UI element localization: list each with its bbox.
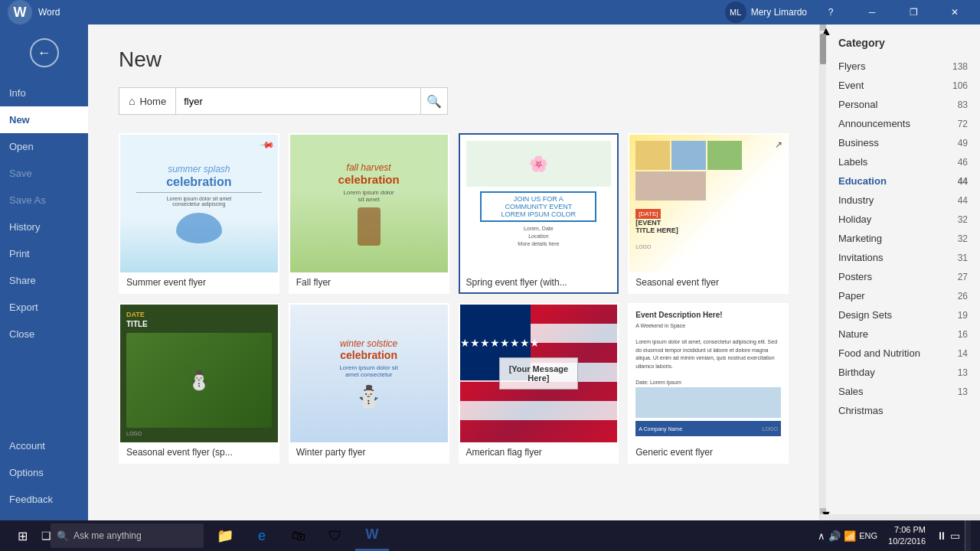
- sidebar-item-save-as[interactable]: Save As: [0, 187, 88, 214]
- minimize-button[interactable]: ─: [854, 0, 890, 24]
- template-name-spring: Spring event flyer (with...: [460, 272, 618, 292]
- category-item-birthday[interactable]: Birthday13: [826, 363, 980, 382]
- category-count: 32: [958, 233, 968, 244]
- template-card-american[interactable]: ★★★★★★★★★ [Your MessageHere] American fl…: [459, 303, 619, 464]
- template-name-generic: Generic event flyer: [629, 442, 787, 462]
- category-item-paper[interactable]: Paper26: [826, 286, 980, 305]
- search-home-button[interactable]: ⌂ Home: [119, 87, 175, 115]
- sidebar-bottom: Account Options Feedback: [0, 432, 88, 520]
- taskbar-pinned-apps: 📁 e 🛍 🛡 W: [208, 520, 389, 551]
- sidebar-item-info[interactable]: Info: [0, 80, 88, 106]
- category-item-posters[interactable]: Posters27: [826, 267, 980, 286]
- category-item-event[interactable]: Event106: [826, 76, 980, 95]
- restore-button[interactable]: ❐: [896, 0, 931, 24]
- template-preview-spring: 🌸 JOIN US FOR ACOMMUNITY EVENTLOREM IPSU…: [460, 135, 618, 272]
- template-card-winter[interactable]: winter solstice celebration Lorem ipsum …: [289, 303, 449, 464]
- pause-icon[interactable]: ⏸: [936, 530, 947, 542]
- taskbar-app-explorer[interactable]: 📁: [208, 520, 242, 551]
- category-name: Personal: [838, 99, 877, 110]
- titlebar: W Word ML Mery Limardo ? ─ ❐ ✕: [0, 0, 980, 24]
- content-inner: New ⌂ Home 🔍 summer splash: [88, 24, 819, 520]
- start-button[interactable]: ⊞: [3, 520, 41, 551]
- category-name: Nature: [838, 328, 868, 340]
- template-card-generic[interactable]: Event Description Here! A Weekend in Spa…: [628, 303, 789, 464]
- titlebar-controls: ML Mery Limardo ? ─ ❐ ✕: [725, 0, 972, 24]
- category-item-announcements[interactable]: Announcements72: [826, 114, 980, 133]
- search-input[interactable]: [175, 87, 420, 115]
- template-card-summer[interactable]: summer splash celebration Lorem ipsum do…: [119, 133, 279, 294]
- category-name: Design Sets: [838, 309, 892, 321]
- category-item-marketing[interactable]: Marketing32: [826, 229, 980, 248]
- tray-chevron[interactable]: ∧: [818, 530, 825, 542]
- category-item-labels[interactable]: Labels46: [826, 152, 980, 171]
- category-name: Labels: [838, 156, 867, 168]
- sidebar-item-close[interactable]: Close: [0, 321, 88, 347]
- template-card-spring[interactable]: 🌸 JOIN US FOR ACOMMUNITY EVENTLOREM IPSU…: [459, 133, 619, 294]
- sidebar-item-export[interactable]: Export: [0, 294, 88, 321]
- search-bar: ⌂ Home 🔍: [119, 87, 796, 115]
- main-content: New ⌂ Home 🔍 summer splash: [88, 24, 819, 520]
- sidebar-label-info: Info: [9, 87, 26, 99]
- taskbar-app-security[interactable]: 🛡: [318, 520, 352, 551]
- taskbar-search[interactable]: 🔍 Ask me anything: [51, 523, 204, 548]
- task-view-button[interactable]: ❑: [43, 520, 49, 551]
- category-item-design-sets[interactable]: Design Sets19: [826, 305, 980, 324]
- show-desktop-button[interactable]: [965, 520, 971, 551]
- template-card-seasonal[interactable]: [DATE] [EVENTTITLE HERE] LOGO ↗ Seasonal…: [628, 133, 789, 294]
- media-icon[interactable]: ▭: [950, 530, 960, 542]
- scroll-up-btn[interactable]: ▲: [820, 24, 826, 31]
- tray-icons: ∧ 🔊 📶 ENG: [818, 530, 877, 542]
- category-count: 26: [958, 291, 968, 302]
- taskbar-app-word[interactable]: W: [355, 520, 389, 551]
- help-button[interactable]: ?: [813, 0, 848, 24]
- template-card-fall[interactable]: fall harvest celebration Lorem ipsum dol…: [289, 133, 449, 294]
- clock-time: 7:06 PM: [888, 524, 926, 536]
- scroll-thumb[interactable]: [820, 34, 826, 64]
- category-count: 72: [958, 119, 968, 129]
- sidebar-item-new[interactable]: New: [0, 106, 88, 133]
- category-item-industry[interactable]: Industry44: [826, 191, 980, 210]
- back-button[interactable]: ←: [25, 34, 64, 72]
- user-area[interactable]: ML Mery Limardo: [725, 2, 807, 23]
- category-scrollbar[interactable]: ▲ ▼: [820, 24, 826, 514]
- sidebar-item-options[interactable]: Options: [0, 459, 88, 486]
- sidebar-item-account[interactable]: Account: [0, 432, 88, 459]
- tray-speakers[interactable]: 🔊: [828, 530, 841, 542]
- category-item-christmas[interactable]: Christmas: [826, 401, 980, 420]
- category-count: 32: [958, 214, 968, 225]
- taskbar-clock[interactable]: 7:06 PM 10/2/2016: [882, 524, 932, 548]
- sidebar-label-account: Account: [9, 440, 45, 452]
- search-icon: 🔍: [426, 94, 442, 109]
- scroll-down-btn[interactable]: ▼: [820, 508, 826, 514]
- category-item-personal[interactable]: Personal83: [826, 95, 980, 114]
- category-item-flyers[interactable]: Flyers138: [826, 57, 980, 76]
- category-item-holiday[interactable]: Holiday32: [826, 210, 980, 229]
- sidebar-item-save[interactable]: Save: [0, 160, 88, 187]
- category-item-nature[interactable]: Nature16: [826, 324, 980, 344]
- windows-icon: ⊞: [18, 529, 28, 543]
- page-title: New: [119, 47, 796, 72]
- category-item-sales[interactable]: Sales13: [826, 382, 980, 401]
- category-header: Category: [826, 24, 980, 57]
- template-preview-winter: winter solstice celebration Lorem ipsum …: [290, 305, 448, 442]
- sidebar-item-open[interactable]: Open: [0, 133, 88, 160]
- category-item-business[interactable]: Business49: [826, 133, 980, 152]
- category-item-education[interactable]: Education44: [826, 171, 980, 191]
- tray-lang[interactable]: ENG: [859, 531, 877, 540]
- taskbar: ⊞ ❑ 🔍 Ask me anything 📁 e 🛍 🛡 W ∧ 🔊 📶 EN…: [0, 520, 980, 551]
- tray-network[interactable]: 📶: [844, 530, 856, 542]
- taskbar-app-store[interactable]: 🛍: [282, 520, 315, 551]
- taskbar-app-edge[interactable]: e: [245, 520, 279, 551]
- sidebar-item-share[interactable]: Share: [0, 267, 88, 294]
- search-button[interactable]: 🔍: [420, 87, 448, 115]
- category-item-invitations[interactable]: Invitations31: [826, 248, 980, 267]
- sidebar-item-history[interactable]: History: [0, 214, 88, 240]
- category-item-food-and-nutrition[interactable]: Food and Nutrition14: [826, 344, 980, 363]
- sidebar-spacer: [0, 347, 88, 432]
- sidebar-label-open: Open: [9, 141, 34, 152]
- sidebar-item-print[interactable]: Print: [0, 240, 88, 267]
- close-button[interactable]: ✕: [937, 0, 972, 24]
- template-preview-fall: fall harvest celebration Lorem ipsum dol…: [290, 135, 448, 272]
- sidebar-item-feedback[interactable]: Feedback: [0, 486, 88, 513]
- template-card-seasonal-sp[interactable]: DATE TITLE ⛄ LOGO Seasonal event flyer (…: [119, 303, 279, 464]
